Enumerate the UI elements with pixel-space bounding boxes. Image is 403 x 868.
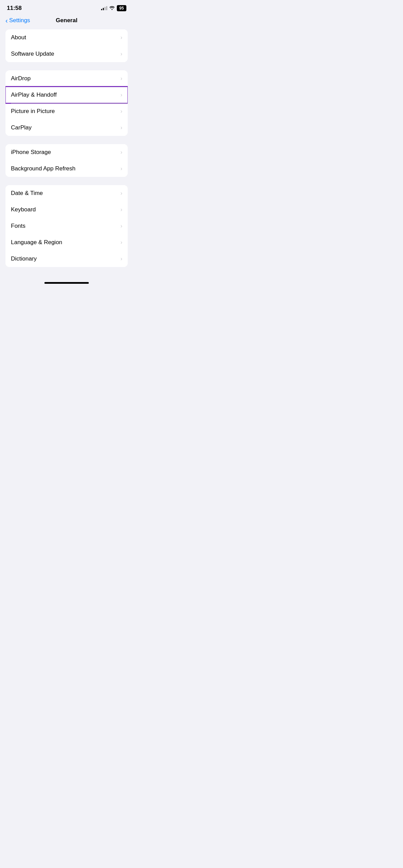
row-keyboard-label: Keyboard [11,206,36,213]
row-picture-in-picture-chevron-icon: › [121,108,122,114]
section-general-3: iPhone Storage › Background App Refresh … [5,144,128,177]
row-date-time-label: Date & Time [11,190,43,197]
row-date-time[interactable]: Date & Time › [5,185,128,201]
row-airplay-handoff-label: AirPlay & Handoff [11,92,57,98]
section-general-4: Date & Time › Keyboard › Fonts › Languag… [5,185,128,267]
row-dictionary[interactable]: Dictionary › [5,251,128,267]
row-airdrop[interactable]: AirDrop › [5,70,128,87]
home-indicator [0,275,133,287]
row-background-app-refresh-label: Background App Refresh [11,165,75,172]
status-bar: 11:58 95 [0,0,133,14]
row-dictionary-chevron-icon: › [121,256,122,262]
row-picture-in-picture-label: Picture in Picture [11,108,55,115]
content: About › Software Update › AirDrop › AirP… [0,29,133,267]
row-software-update-label: Software Update [11,51,54,57]
signal-icon [101,6,107,10]
row-language-region-label: Language & Region [11,239,62,246]
row-software-update-chevron-icon: › [121,51,122,57]
row-carplay[interactable]: CarPlay › [5,120,128,136]
section-general-1: About › Software Update › [5,29,128,62]
nav-bar: ‹ Settings General [0,14,133,29]
row-about-label: About [11,34,26,41]
row-carplay-label: CarPlay [11,124,31,131]
row-about-chevron-icon: › [121,34,122,41]
row-airdrop-label: AirDrop [11,75,31,82]
row-fonts[interactable]: Fonts › [5,218,128,234]
row-picture-in-picture[interactable]: Picture in Picture › [5,103,128,120]
wifi-icon [109,5,115,11]
row-keyboard[interactable]: Keyboard › [5,201,128,218]
row-iphone-storage-chevron-icon: › [121,149,122,155]
section-general-2: AirDrop › AirPlay & Handoff › Picture in… [5,70,128,136]
home-bar [44,282,89,284]
row-iphone-storage-label: iPhone Storage [11,149,51,156]
row-airplay-handoff-chevron-icon: › [121,92,122,98]
row-fonts-chevron-icon: › [121,223,122,229]
row-iphone-storage[interactable]: iPhone Storage › [5,144,128,160]
row-keyboard-chevron-icon: › [121,207,122,213]
row-airdrop-chevron-icon: › [121,75,122,82]
settings-group-4: Date & Time › Keyboard › Fonts › Languag… [5,185,128,267]
status-time: 11:58 [7,5,22,12]
settings-group-3: iPhone Storage › Background App Refresh … [5,144,128,177]
row-language-region[interactable]: Language & Region › [5,234,128,251]
back-button[interactable]: ‹ Settings [5,17,30,24]
row-airplay-handoff[interactable]: AirPlay & Handoff › [5,87,128,103]
page-title: General [56,17,77,24]
battery-icon: 95 [117,5,126,11]
settings-group-1: About › Software Update › [5,29,128,62]
row-background-app-refresh[interactable]: Background App Refresh › [5,160,128,177]
status-icons: 95 [101,5,126,11]
row-carplay-chevron-icon: › [121,125,122,131]
settings-group-2: AirDrop › AirPlay & Handoff › Picture in… [5,70,128,136]
row-software-update[interactable]: Software Update › [5,46,128,62]
row-fonts-label: Fonts [11,223,26,229]
row-language-region-chevron-icon: › [121,239,122,246]
back-label: Settings [9,17,30,24]
row-date-time-chevron-icon: › [121,190,122,196]
row-dictionary-label: Dictionary [11,255,37,262]
row-about[interactable]: About › [5,29,128,46]
back-chevron-icon: ‹ [5,17,8,24]
row-background-app-refresh-chevron-icon: › [121,166,122,172]
